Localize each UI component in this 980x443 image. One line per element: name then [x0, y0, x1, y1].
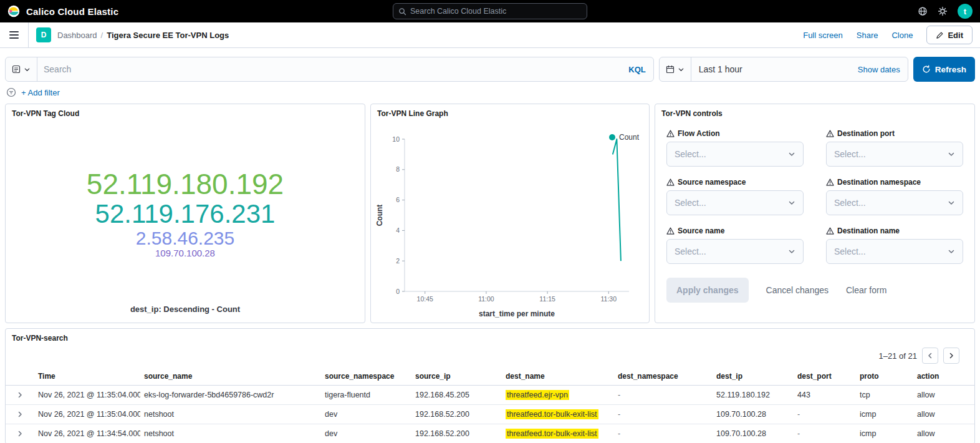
user-avatar[interactable]: t	[958, 4, 973, 19]
cell-dest-namespace: -	[614, 405, 713, 424]
destination-port-select[interactable]: Select...	[826, 142, 963, 167]
time-range-picker: Last 1 hour Show dates	[659, 57, 908, 82]
field-label: Source name	[678, 226, 724, 235]
warning-icon	[666, 178, 675, 186]
toolbar-actions: Full screen Share Clone Edit	[803, 26, 980, 44]
global-header: Calico Cloud Elastic t	[0, 0, 980, 22]
flow-action-select[interactable]: Select...	[666, 142, 804, 167]
cell-proto: tcp	[856, 386, 913, 405]
tag-cloud-panel: Tor-VPN Tag Cloud 52.119.180.192 52.119.…	[5, 104, 365, 323]
menu-toggle-button[interactable]	[0, 22, 29, 47]
tag-cloud-caption: dest_ip: Descending - Count	[6, 304, 365, 323]
select-placeholder: Select...	[675, 149, 706, 159]
deployments-gear-icon[interactable]	[938, 6, 948, 16]
filter-icon[interactable]	[6, 87, 16, 97]
share-link[interactable]: Share	[857, 31, 878, 40]
dashboard-grid: Tor-VPN Tag Cloud 52.119.180.192 52.119.…	[0, 100, 980, 443]
tag-cloud-tag[interactable]: 52.119.180.192	[87, 169, 284, 200]
edit-button[interactable]: Edit	[926, 26, 973, 44]
breadcrumb-dashboard[interactable]: Dashboard	[57, 31, 97, 40]
cell-proto: icmp	[856, 405, 913, 424]
controls-form: Flow Action Select... Destination port S…	[655, 123, 974, 264]
query-bar: KQL Last 1 hour Show dates Refresh	[0, 48, 980, 82]
cell-dest-port: -	[794, 424, 856, 443]
expander-column-header	[6, 368, 34, 386]
line-graph-panel-title: Tor-VPN Line Graph	[371, 104, 649, 123]
highlighted-value: threatfeed.ejr-vpn	[506, 390, 569, 400]
expand-row-button[interactable]	[9, 391, 31, 399]
full-screen-link[interactable]: Full screen	[803, 31, 843, 40]
column-header-source-ip[interactable]: source_ip	[411, 368, 502, 386]
refresh-button[interactable]: Refresh	[913, 57, 975, 82]
column-header-time[interactable]: Time	[34, 368, 140, 386]
cell-source-namespace: tigera-fluentd	[321, 386, 411, 405]
cell-dest-name: threatfeed.tor-bulk-exit-list	[502, 405, 614, 424]
time-range-value[interactable]: Last 1 hour	[691, 64, 750, 74]
pagination-label: 1–21 of 21	[879, 351, 917, 361]
chevron-down-icon	[788, 150, 795, 158]
kql-search-input[interactable]	[37, 64, 621, 74]
global-search-box	[393, 3, 587, 19]
elastic-logo	[7, 5, 20, 17]
svg-text:11:30: 11:30	[601, 295, 617, 303]
column-header-dest-name[interactable]: dest_name	[502, 368, 614, 386]
tag-cloud-tag[interactable]: 109.70.100.28	[155, 248, 215, 258]
chevron-down-icon	[788, 199, 795, 207]
column-header-action[interactable]: action	[913, 368, 974, 386]
column-header-source-namespace[interactable]: source_namespace	[321, 368, 411, 386]
highlighted-value: threatfeed.tor-bulk-exit-list	[506, 409, 598, 419]
expand-row-button[interactable]	[9, 430, 31, 437]
next-page-button[interactable]	[943, 348, 959, 364]
line-chart: 024681010:4511:0011:1511:30Countstart_ti…	[373, 124, 645, 323]
field-label: Flow Action	[678, 129, 720, 138]
search-table-panel-title: Tor-VPN-search	[6, 329, 974, 348]
space-badge[interactable]: D	[36, 27, 51, 42]
tag-cloud-tag[interactable]: 2.58.46.235	[136, 228, 234, 248]
query-input-group: KQL	[5, 57, 654, 82]
clone-link[interactable]: Clone	[891, 31, 913, 40]
cell-proto: icmp	[856, 424, 913, 443]
column-header-dest-ip[interactable]: dest_ip	[713, 368, 794, 386]
apply-changes-button[interactable]: Apply changes	[666, 278, 749, 303]
column-header-dest-port[interactable]: dest_port	[794, 368, 856, 386]
cell-source-namespace: dev	[321, 424, 411, 443]
source-name-select[interactable]: Select...	[666, 239, 804, 264]
refresh-button-label: Refresh	[935, 65, 966, 74]
tag-cloud-tag[interactable]: 52.119.176.231	[95, 200, 276, 228]
warning-icon	[666, 130, 675, 137]
clear-form-button[interactable]: Clear form	[846, 285, 886, 295]
svg-text:6: 6	[396, 196, 400, 203]
svg-text:2: 2	[396, 257, 400, 265]
select-placeholder: Select...	[675, 198, 706, 208]
cell-source-ip: 192.168.45.205	[411, 386, 502, 405]
previous-page-button[interactable]	[922, 348, 938, 364]
chevron-left-icon	[926, 352, 934, 359]
show-dates-link[interactable]: Show dates	[850, 65, 908, 74]
edit-button-label: Edit	[948, 31, 963, 40]
breadcrumb: Dashboard / Tigera Secure EE Tor-VPN Log…	[57, 31, 229, 40]
column-header-source-name[interactable]: source_name	[140, 368, 321, 386]
cell-source-name: eks-log-forwarder-5bd4659786-cwd2r	[140, 386, 321, 405]
chart-legend[interactable]: Count	[609, 133, 639, 142]
calendar-menu-button[interactable]	[660, 57, 691, 81]
control-field-flow-action: Flow Action Select...	[666, 129, 804, 167]
column-header-proto[interactable]: proto	[856, 368, 913, 386]
add-filter-link[interactable]: + Add filter	[21, 88, 60, 97]
destination-name-select[interactable]: Select...	[826, 239, 963, 264]
search-table-panel: Tor-VPN-search 1–21 of 21 Time source_na…	[5, 328, 975, 443]
table-header-row: Time source_name source_namespace source…	[6, 368, 974, 386]
cell-dest-ip: 52.119.180.192	[713, 386, 794, 405]
chevron-down-icon	[788, 248, 795, 255]
global-search-input[interactable]	[410, 7, 582, 16]
query-language-button[interactable]: KQL	[621, 65, 653, 74]
cancel-changes-button[interactable]: Cancel changes	[766, 285, 829, 295]
cell-dest-port: -	[794, 405, 856, 424]
source-namespace-select[interactable]: Select...	[666, 190, 804, 215]
globe-icon[interactable]	[918, 6, 928, 16]
cell-source-ip: 192.168.52.200	[411, 424, 502, 443]
column-header-dest-namespace[interactable]: dest_namespace	[614, 368, 713, 386]
cell-action: allow	[913, 386, 974, 405]
expand-row-button[interactable]	[9, 411, 31, 418]
destination-namespace-select[interactable]: Select...	[826, 190, 963, 215]
saved-query-menu-button[interactable]	[6, 57, 37, 81]
